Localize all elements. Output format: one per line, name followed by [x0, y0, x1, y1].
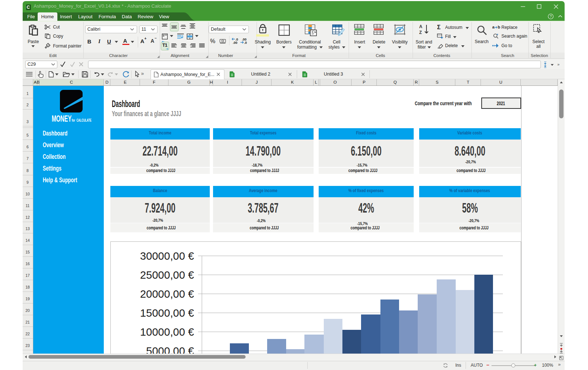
- svg-text:?: ?: [550, 15, 552, 19]
- svg-text:Z: Z: [419, 30, 422, 35]
- svg-text:»: »: [557, 62, 559, 66]
- svg-text:A: A: [419, 24, 422, 29]
